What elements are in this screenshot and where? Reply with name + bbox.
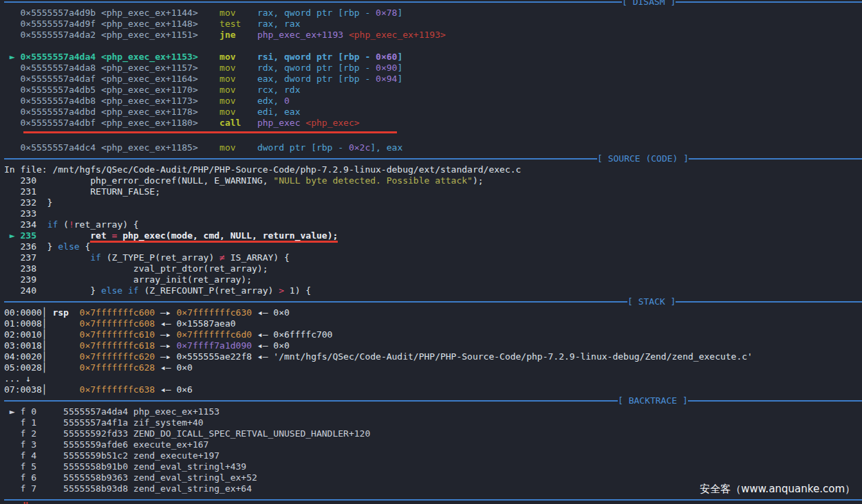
- text-segment: —▸ 0×555555ae22f8 ◂— '/mnt/hgfs/QSec/Cod…: [155, 351, 753, 362]
- terminal-line: 02:0010│ 0×7fffffffc610 —▸ 0×7fffffffc6d…: [4, 329, 862, 340]
- text-segment: [236, 30, 257, 40]
- terminal-line: 232 }: [4, 197, 862, 208]
- text-segment: 07:0038│: [4, 384, 80, 395]
- source-section-header: [ SOURCE (CODE) ]: [4, 153, 862, 164]
- text-segment: 0×5555557a4d9b <php_exec_ex+1144>: [4, 8, 219, 18]
- terminal-line: 07:0038│ 0×7fffffffc638 ◂— 0×6: [4, 384, 862, 395]
- text-segment: 0×5555557a4dbd <php_exec_ex+1178>: [4, 107, 219, 117]
- text-segment: mov: [219, 107, 235, 117]
- text-segment: mov: [219, 142, 235, 153]
- terminal-line: 239 array_init(ret_array);: [4, 274, 862, 285]
- text-segment: jne: [219, 30, 235, 40]
- separator-line: [4, 301, 862, 303]
- backtrace-section-label: [ BACKTRACE ]: [618, 395, 688, 406]
- terminal-line: 03:0018│ 0×7fffffffc618 —▸ 0×7ffff7a1d09…: [4, 340, 862, 351]
- text-segment: 02:0010│: [4, 329, 80, 340]
- text-segment: rsp: [52, 307, 68, 318]
- text-segment: IS_ARRAY) {: [225, 252, 290, 263]
- disasm-lines: 0×5555557a4d9b <php_exec_ex+1144> mov ra…: [4, 8, 862, 153]
- text-segment: php_exec_ex+1193: [257, 30, 343, 40]
- text-segment: 0×7fffffffc608: [80, 318, 155, 329]
- text-segment: ► f 0 5555557a4da4 php_exec_ex+1153: [4, 406, 219, 417]
- text-segment: [69, 307, 80, 318]
- debugger-terminal: [ DISASM ] 0×5555557a4d9b <php_exec_ex+1…: [0, 0, 862, 504]
- text-segment: edx,: [257, 96, 284, 106]
- text-segment: 04:0020│: [4, 351, 80, 362]
- text-segment: 0×90: [376, 63, 397, 73]
- separator-line: [4, 400, 862, 402]
- terminal-line: 00:0000│ rsp 0×7fffffffc600 —▸ 0×7ffffff…: [4, 307, 862, 318]
- terminal-line: f 4 5555559b51c2 zend_execute+197: [4, 450, 862, 461]
- terminal-line: In file: /mnt/hgfs/QSec/Code-Audit/PHP/P…: [4, 164, 862, 175]
- text-segment: 0×94: [376, 74, 397, 84]
- text-segment: 233: [4, 208, 36, 219]
- text-segment: ◂— 0×0: [155, 362, 193, 373]
- terminal-line: f 1 5555557a4f1a zif_system+40: [4, 417, 862, 428]
- text-segment: 237: [4, 252, 90, 263]
- backtrace-lines: ► f 0 5555557a4da4 php_exec_ex+1153 f 1 …: [4, 406, 862, 494]
- text-segment: ]: [397, 63, 402, 73]
- text-segment: 240 }: [4, 285, 101, 296]
- terminal-line: 0×5555557a4da2 <php_exec_ex+1151> jne ph…: [4, 30, 862, 41]
- text-segment: 0×7fffffffc6d0: [176, 329, 252, 340]
- terminal-line: [4, 41, 862, 52]
- terminal-content: [ DISASM ] 0×5555557a4d9b <php_exec_ex+1…: [0, 0, 862, 504]
- text-segment: 0×5555557a4dc4 <php_exec_ex+1185>: [4, 142, 219, 153]
- text-segment: 232 }: [4, 197, 52, 208]
- terminal-line: 230 php_error_docref(NULL, E_WARNING, "N…: [4, 175, 862, 186]
- terminal-line: f 6 5555558b9363 zend_eval_stringl_ex+52: [4, 472, 862, 483]
- text-segment: );: [473, 175, 484, 186]
- terminal-line: f 3 5555559afde6 execute_ex+167: [4, 439, 862, 450]
- gdb-prompt[interactable]: pwndbg>: [4, 501, 47, 504]
- text-segment: 0×7fffffffc628: [80, 362, 155, 373]
- text-segment: ◂— 0×6ffffc700: [252, 329, 332, 340]
- text-segment: 1) {: [284, 285, 311, 296]
- text-segment: 0×5555557a4daf <php_exec_ex+1164>: [4, 74, 219, 84]
- text-segment: ► 0×5555557a4da4 <php_exec_ex+1153>: [4, 52, 219, 62]
- text-segment: rdx, qword ptr [rbp -: [257, 63, 376, 73]
- terminal-line: 01:0008│ 0×7fffffffc608 ◂— 0×15587aea0: [4, 318, 862, 329]
- text-segment: 239 array_init(ret_array);: [4, 274, 252, 285]
- backtrace-section-header: [ BACKTRACE ]: [4, 395, 862, 406]
- text-segment: [236, 74, 257, 84]
- text-segment: ... ↓: [4, 373, 31, 384]
- text-segment: ]: [397, 74, 402, 84]
- text-segment: [343, 30, 349, 40]
- text-segment: 0×7fffffffc600: [80, 307, 155, 318]
- terminal-line: 0×5555557a4d9f <php_exec_ex+1148> test r…: [4, 19, 862, 30]
- terminal-line: 240 } else if (Z_REFCOUNT_P(ret_array) >…: [4, 285, 862, 296]
- terminal-line: 0×5555557a4db5 <php_exec_ex+1170> mov rc…: [4, 85, 862, 96]
- text-segment: —▸: [155, 329, 176, 340]
- terminal-line: 0×5555557a4daf <php_exec_ex+1164> mov ea…: [4, 74, 862, 85]
- text-segment: if: [128, 285, 139, 296]
- text-segment: [236, 63, 257, 73]
- text-segment: [236, 142, 257, 153]
- terminal-line: [4, 131, 862, 142]
- text-segment: ]: [397, 52, 402, 62]
- text-segment: f 4 5555559b51c2 zend_execute+197: [4, 450, 219, 461]
- text-segment: —▸: [155, 307, 176, 318]
- text-segment: php_exec: [257, 118, 301, 128]
- text-segment: if: [90, 252, 101, 263]
- terminal-line: 0×5555557a4dbf <php_exec_ex+1180> call p…: [4, 118, 862, 129]
- text-segment: 238 zval_ptr_dtor(ret_array);: [4, 263, 268, 274]
- disasm-section-label: [ DISASM ]: [622, 0, 676, 8]
- text-segment: [236, 85, 257, 95]
- text-segment: [236, 8, 257, 18]
- text-segment: ◂— 0×15587aea0: [155, 318, 235, 329]
- source-section-label: [ SOURCE (CODE) ]: [597, 153, 689, 164]
- text-segment: ◂— 0×6: [155, 384, 193, 395]
- text-segment: 0×7fffffffc610: [80, 329, 155, 340]
- text-segment: "NULL byte detected. Possible attack": [273, 175, 473, 186]
- text-segment: f 5 5555558b91b0 zend_eval_stringl+439: [4, 461, 246, 472]
- text-segment: >: [279, 285, 284, 296]
- terminal-line: 0×5555557a4dc4 <php_exec_ex+1185> mov dw…: [4, 142, 862, 153]
- text-segment: php_exec(mode, cmd, NULL, return_value);: [117, 230, 338, 243]
- text-segment: mov: [219, 8, 235, 18]
- text-segment: (Z_TYPE_P(ret_array): [101, 252, 219, 263]
- terminal-line: 05:0028│ 0×7fffffffc628 ◂— 0×0: [4, 362, 862, 373]
- terminal-line: 233: [4, 208, 862, 219]
- text-segment: 0×5555557a4db8 <php_exec_ex+1173>: [4, 96, 219, 106]
- text-segment: mov: [219, 63, 235, 73]
- text-segment: 0×5555557a4da2 <php_exec_ex+1151>: [4, 30, 219, 40]
